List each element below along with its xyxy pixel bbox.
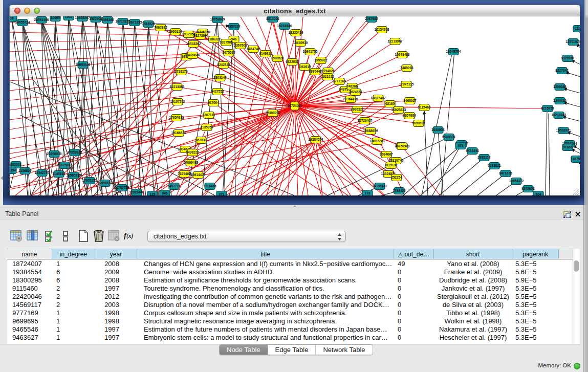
svg-text:9463627: 9463627	[403, 99, 417, 102]
svg-text:16053809: 16053809	[210, 17, 225, 21]
svg-text:9327509: 9327509	[193, 34, 207, 37]
svg-text:7485063: 7485063	[400, 66, 413, 70]
svg-text:12213967: 12213967	[388, 39, 403, 43]
svg-text:16: 16	[10, 16, 14, 20]
svg-text:7357224: 7357224	[227, 25, 241, 28]
svg-text:20206535: 20206535	[47, 152, 62, 156]
svg-text:10653267: 10653267	[75, 16, 90, 19]
svg-text:1209383: 1209383	[553, 85, 567, 89]
svg-text:9474444: 9474444	[466, 149, 479, 152]
svg-text:14055724: 14055724	[15, 20, 30, 24]
svg-text:12505135: 12505135	[67, 173, 81, 177]
svg-text:10955: 10955	[51, 16, 60, 19]
svg-text:14136141: 14136141	[373, 184, 387, 188]
svg-text:129: 129	[150, 192, 156, 195]
svg-text:8990448: 8990448	[309, 70, 322, 73]
svg-text:3267110: 3267110	[203, 113, 215, 117]
svg-text:857833: 857833	[195, 138, 207, 142]
svg-text:945: 945	[162, 191, 168, 195]
svg-text:1588520: 1588520	[271, 56, 284, 60]
svg-text:9777169: 9777169	[333, 79, 346, 83]
svg-text:13325419: 13325419	[289, 31, 303, 34]
svg-text:3624554: 3624554	[349, 90, 362, 94]
svg-text:3716485: 3716485	[203, 184, 216, 188]
svg-text:16782759: 16782759	[115, 186, 129, 189]
svg-text:2803144: 2803144	[213, 76, 227, 79]
svg-text:9957684: 9957684	[403, 114, 416, 117]
svg-text:17359928: 17359928	[68, 150, 82, 154]
svg-text:973: 973	[458, 144, 464, 147]
svg-text:7515526: 7515526	[142, 22, 155, 26]
svg-text:746266: 746266	[346, 84, 358, 88]
svg-text:9084067: 9084067	[380, 152, 393, 156]
svg-text:2087682: 2087682	[365, 17, 378, 20]
svg-text:18640910: 18640910	[293, 41, 308, 45]
svg-text:1733426: 1733426	[393, 189, 406, 192]
svg-text:8454749: 8454749	[247, 47, 260, 51]
svg-text:3675685: 3675685	[222, 51, 235, 54]
svg-text:9115460: 9115460	[418, 105, 431, 109]
svg-text:93975887: 93975887	[57, 163, 72, 167]
svg-text:7663822: 7663822	[154, 26, 167, 29]
svg-text:10688609: 10688609	[363, 129, 378, 133]
svg-text:10107552: 10107552	[170, 100, 185, 103]
svg-text:9699695: 9699695	[412, 121, 425, 125]
svg-text:18807249: 18807249	[370, 139, 385, 143]
svg-text:19166825: 19166825	[171, 131, 186, 135]
svg-text:9242848: 9242848	[217, 63, 230, 67]
svg-text:6322037: 6322037	[286, 60, 299, 63]
svg-text:16961755: 16961755	[303, 50, 318, 53]
svg-text:39154: 39154	[10, 168, 16, 172]
svg-text:54099489: 54099489	[184, 161, 199, 164]
svg-text:9245652: 9245652	[521, 187, 535, 190]
svg-text:371: 371	[219, 192, 225, 195]
svg-text:12923446: 12923446	[129, 190, 144, 194]
svg-text:23420046: 23420046	[185, 53, 200, 57]
svg-text:15692971: 15692971	[556, 128, 571, 132]
svg-text:18724007: 18724007	[288, 104, 302, 107]
svg-text:1244415: 1244415	[553, 99, 567, 102]
svg-text:835001: 835001	[10, 163, 21, 166]
svg-text:9227342: 9227342	[555, 69, 569, 72]
svg-text:2367608: 2367608	[234, 43, 247, 47]
svg-text:9329966: 9329966	[561, 56, 574, 60]
svg-text:16210643: 16210643	[552, 113, 567, 117]
svg-text:15720407: 15720407	[358, 119, 373, 122]
svg-text:12342757: 12342757	[35, 171, 50, 174]
svg-text:9794028: 9794028	[321, 69, 335, 73]
svg-text:9146821: 9146821	[259, 52, 272, 55]
svg-text:8471626: 8471626	[499, 171, 512, 175]
svg-text:16154808: 16154808	[375, 28, 389, 31]
svg-text:10025453: 10025453	[391, 108, 406, 112]
svg-text:10654112: 10654112	[509, 179, 524, 183]
svg-text:1527602: 1527602	[89, 17, 102, 20]
svg-text:252254: 252254	[391, 176, 402, 179]
svg-text:924: 924	[536, 192, 541, 195]
svg-text:7986322: 7986322	[351, 107, 364, 111]
svg-text:97366: 97366	[563, 145, 572, 149]
svg-text:6466160: 6466160	[101, 18, 114, 21]
svg-text:16543362: 16543362	[186, 42, 201, 46]
svg-text:1640954: 1640954	[431, 128, 445, 132]
svg-text:8813054: 8813054	[266, 17, 279, 20]
svg-text:25300293: 25300293	[266, 111, 280, 115]
svg-text:19384554: 19384554	[309, 138, 323, 141]
svg-text:7632621: 7632621	[488, 164, 501, 167]
svg-text:1117: 1117	[575, 27, 580, 30]
svg-text:10973493: 10973493	[395, 53, 410, 56]
svg-text:9427552: 9427552	[211, 90, 224, 93]
svg-text:1145134: 1145134	[53, 172, 66, 176]
svg-text:25053346: 25053346	[76, 63, 91, 67]
svg-text:1156829: 1156829	[19, 169, 32, 172]
svg-text:1615132: 1615132	[384, 163, 398, 167]
svg-text:16671355: 16671355	[127, 20, 142, 24]
svg-text:10807487: 10807487	[371, 96, 386, 100]
svg-text:62160: 62160	[385, 102, 395, 105]
svg-text:5498222: 5498222	[186, 150, 199, 154]
svg-text:20691406: 20691406	[34, 18, 49, 21]
svg-text:1621022: 1621022	[321, 75, 334, 78]
svg-text:12213383: 12213383	[170, 85, 185, 89]
svg-text:20756928: 20756928	[395, 144, 410, 148]
svg-text:2935114: 2935114	[478, 156, 491, 159]
svg-text:116753: 116753	[571, 157, 580, 161]
